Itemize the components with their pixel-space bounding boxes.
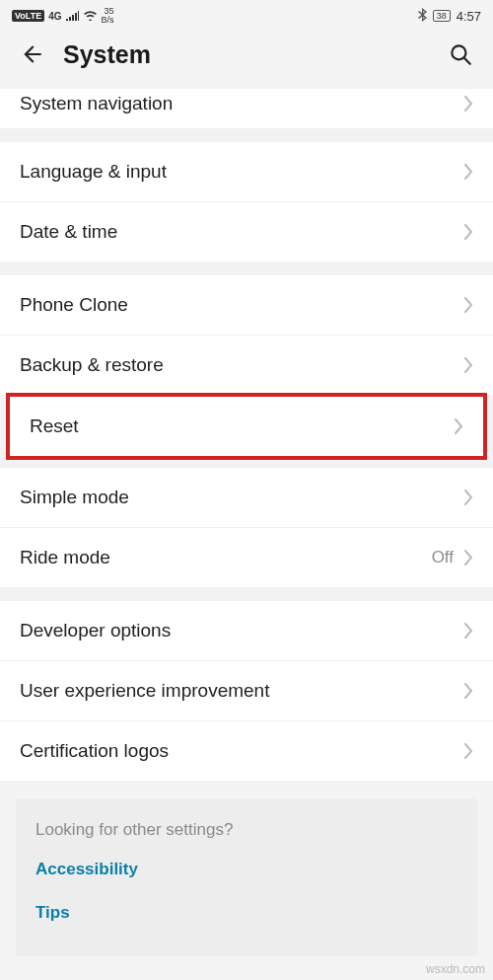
chevron-right-icon — [463, 96, 473, 112]
row-label: Ride mode — [20, 547, 110, 568]
wifi-icon — [83, 9, 98, 24]
status-left: VoLTE 4G 35 B/s — [12, 7, 114, 25]
row-backup-restore[interactable]: Backup & restore — [0, 336, 493, 395]
chevron-right-icon — [463, 297, 473, 313]
row-system-navigation[interactable]: System navigation — [0, 89, 493, 128]
row-user-experience-improvement[interactable]: User experience improvement — [0, 661, 493, 721]
row-certification-logos[interactable]: Certification logos — [0, 721, 493, 781]
group-modes: Simple mode Ride mode Off — [0, 468, 493, 587]
chevron-right-icon — [463, 550, 473, 565]
row-simple-mode[interactable]: Simple mode — [0, 468, 493, 528]
chevron-right-icon — [463, 357, 473, 373]
other-settings-question: Looking for other settings? — [35, 820, 458, 840]
arrow-left-icon — [20, 41, 45, 67]
row-label: User experience improvement — [20, 680, 269, 702]
battery-indicator: 38 — [433, 10, 451, 22]
chevron-right-icon — [463, 490, 473, 505]
row-label: Date & time — [20, 221, 117, 243]
row-developer-options[interactable]: Developer options — [0, 601, 493, 661]
row-phone-clone[interactable]: Phone Clone — [0, 275, 493, 336]
group-divider — [0, 587, 493, 601]
bluetooth-icon — [418, 8, 427, 25]
chevron-right-icon — [463, 743, 473, 759]
clock: 4:57 — [457, 9, 481, 24]
row-label: Developer options — [20, 620, 171, 641]
group-advanced: Developer options User experience improv… — [0, 601, 493, 781]
row-label: System navigation — [20, 93, 173, 114]
group-top-cut: System navigation — [0, 89, 493, 128]
row-label: Language & input — [20, 161, 167, 183]
row-label: Backup & restore — [20, 354, 164, 376]
group-locale: Language & input Date & time — [0, 142, 493, 262]
row-date-time[interactable]: Date & time — [0, 202, 493, 262]
row-label: Certification logos — [20, 740, 169, 762]
group-divider — [0, 460, 493, 468]
signal-bars-icon — [66, 9, 79, 24]
link-accessibility[interactable]: Accessibility — [35, 860, 458, 879]
group-divider — [0, 262, 493, 275]
chevron-right-icon — [463, 224, 473, 240]
row-reset[interactable]: Reset — [10, 397, 483, 456]
chevron-right-icon — [454, 418, 463, 434]
row-label: Phone Clone — [20, 294, 128, 316]
signal-4g: 4G — [48, 11, 61, 22]
search-icon — [448, 41, 473, 67]
page-title: System — [63, 40, 444, 69]
link-tips[interactable]: Tips — [35, 903, 458, 923]
row-language-input[interactable]: Language & input — [0, 142, 493, 202]
group-divider — [0, 128, 493, 142]
group-backup: Phone Clone Backup & restore — [0, 275, 493, 395]
other-settings-card: Looking for other settings? Accessibilit… — [16, 798, 477, 956]
header: System — [0, 32, 493, 89]
svg-line-1 — [464, 58, 470, 64]
reset-highlight-box: Reset — [6, 393, 487, 460]
chevron-right-icon — [463, 164, 473, 180]
volte-badge: VoLTE — [12, 10, 44, 22]
ride-mode-value: Off — [432, 548, 454, 567]
status-bar: VoLTE 4G 35 B/s 38 4:57 — [0, 0, 493, 32]
network-speed: 35 B/s — [102, 7, 114, 25]
row-ride-mode[interactable]: Ride mode Off — [0, 528, 493, 587]
row-label: Reset — [30, 415, 79, 437]
back-button[interactable] — [16, 38, 49, 71]
chevron-right-icon — [463, 683, 473, 699]
speed-unit: B/s — [102, 16, 114, 25]
watermark: wsxdn.com — [426, 962, 485, 976]
search-button[interactable] — [444, 38, 477, 71]
status-right: 38 4:57 — [418, 8, 481, 25]
row-label: Simple mode — [20, 487, 129, 508]
chevron-right-icon — [463, 623, 473, 639]
